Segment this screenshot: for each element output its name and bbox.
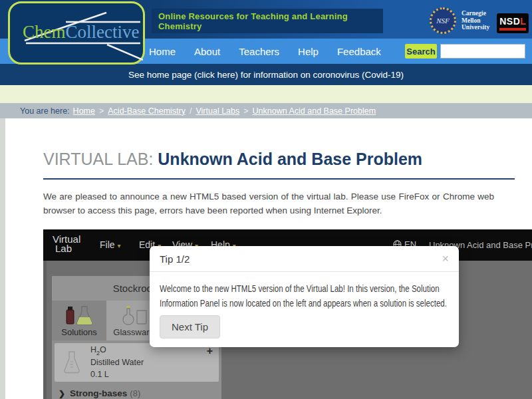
breadcrumb-separator: > xyxy=(99,106,104,116)
glassware-tab-icon xyxy=(118,305,149,325)
carnegie-mellon-logo: Carnegie Mellon University xyxy=(462,10,489,31)
tab-solutions[interactable]: Solutions xyxy=(52,301,106,340)
site-tagline: Online Resources for Teaching and Learni… xyxy=(152,9,383,33)
chemcollective-wordmark: ChemCollective xyxy=(23,22,139,43)
nav-item-home[interactable]: Home xyxy=(149,46,176,57)
pale-divider-band xyxy=(0,85,532,103)
nav-item-help[interactable]: Help xyxy=(298,46,319,57)
flask-icon xyxy=(63,350,81,375)
solution-item-distilled-water[interactable]: H2O Distilled Water 0.1 L + xyxy=(55,343,219,382)
search-input[interactable] xyxy=(440,44,525,59)
vl-left-edge xyxy=(43,261,47,399)
caret-down-icon: ▾ xyxy=(118,242,121,249)
tip-title: Tip 1/2 xyxy=(160,253,442,265)
page-title-problem: Unknown Acid and Base Problem xyxy=(158,150,422,168)
nsf-logo: NSF xyxy=(430,7,456,34)
chemcollective-logo[interactable]: ChemCollective xyxy=(8,1,145,65)
page-title: VIRTUAL LAB: Unknown Acid and Base Probl… xyxy=(43,150,515,180)
page: Online Resources for Teaching and Learni… xyxy=(0,0,532,399)
solution-volume: 0.1 L xyxy=(90,369,144,381)
breadcrumb-home[interactable]: Home xyxy=(73,106,95,116)
covid-notice-banner: See home page (click here) for informati… xyxy=(0,64,532,85)
tip-dialog-header: Tip 1/2 × xyxy=(150,246,459,272)
tip-body-text: Welcome to the new HTML5 version of the … xyxy=(160,282,448,311)
breadcrumb-prefix: You are here: xyxy=(20,106,70,116)
vl-menu-file[interactable]: File▾ xyxy=(100,239,121,250)
group-strong-bases[interactable]: ❯ Strong-bases (8) xyxy=(52,384,221,398)
breadcrumb-current-page[interactable]: Unknown Acid and Base Problem xyxy=(253,106,376,116)
page-title-prefix: VIRTUAL LAB: xyxy=(43,150,153,168)
close-icon[interactable]: × xyxy=(442,253,449,265)
breadcrumb-separator: / xyxy=(190,106,192,116)
nav-item-feedback[interactable]: Feedback xyxy=(337,46,381,57)
next-tip-button[interactable]: Next Tip xyxy=(160,315,220,338)
solution-formula: H2O xyxy=(90,344,144,357)
nsdl-logo: NSDL xyxy=(497,13,529,33)
breadcrumb-acid-base-chemistry[interactable]: Acid-Base Chemistry xyxy=(108,106,186,116)
tip-dialog: Tip 1/2 × Welcome to the new HTML5 versi… xyxy=(150,246,459,347)
solution-name: Distilled Water xyxy=(90,357,144,369)
nav-item-teachers[interactable]: Teachers xyxy=(239,46,279,57)
solution-info: H2O Distilled Water 0.1 L xyxy=(90,344,144,380)
covid-notice-link[interactable]: See home page (click here) for informati… xyxy=(128,70,404,80)
nsdl-red-bar xyxy=(499,28,526,31)
breadcrumb-separator: > xyxy=(243,106,248,116)
solutions-tab-icon xyxy=(64,305,94,325)
nav-links: Home About Teachers Help Feedback xyxy=(149,39,381,64)
nav-item-about[interactable]: About xyxy=(194,46,220,57)
breadcrumb: You are here: Home > Acid-Base Chemistry… xyxy=(0,103,532,118)
virtual-lab-logo: Virtual Lab xyxy=(53,235,80,253)
breadcrumb-virtual-labs[interactable]: Virtual Labs xyxy=(196,106,239,116)
search-button[interactable]: Search xyxy=(405,44,437,59)
chevron-right-icon: ❯ xyxy=(59,389,65,398)
add-solution-icon[interactable]: + xyxy=(207,346,213,356)
intro-paragraph: We are pleased to announce a new HTML5 b… xyxy=(43,190,494,218)
